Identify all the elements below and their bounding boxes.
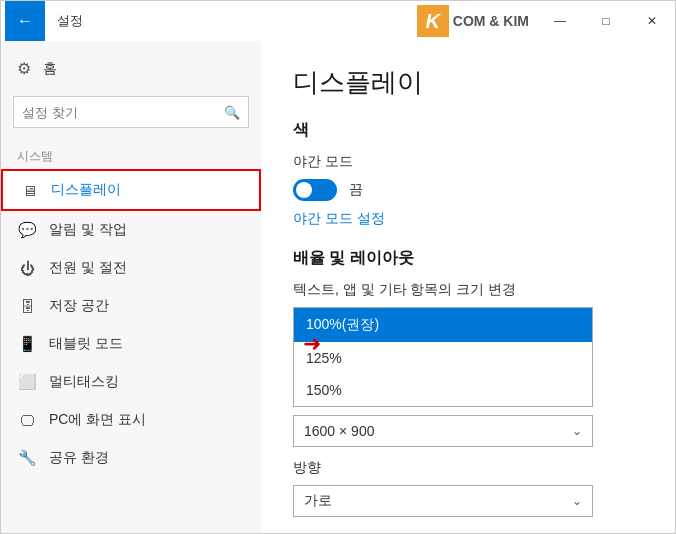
sidebar-item-pc-display[interactable]: 🖵 PC에 화면 표시 — [1, 401, 261, 439]
scale-list: 100%(권장) 125% 150% — [293, 307, 593, 407]
resolution-dropdown-container: 1600 × 900 ⌄ — [293, 415, 643, 447]
sidebar-item-tablet[interactable]: 📱 태블릿 모드 ➜ — [1, 325, 261, 363]
orientation-chevron-icon: ⌄ — [572, 494, 582, 508]
orientation-dropdown[interactable]: 가로 ⌄ — [293, 485, 593, 517]
back-arrow-icon: ← — [17, 12, 33, 30]
home-label: 홈 — [43, 60, 57, 78]
orientation-value: 가로 — [304, 492, 332, 510]
pc-display-icon: 🖵 — [17, 412, 37, 429]
sidebar-item-sharing[interactable]: 🔧 공유 환경 — [1, 439, 261, 477]
scale-item-125[interactable]: 125% — [294, 342, 592, 374]
display-icon: 🖥 — [19, 182, 39, 199]
notifications-label: 알림 및 작업 — [49, 221, 127, 239]
scale-section: 배율 및 레이아웃 텍스트, 앱 및 기타 항목의 크기 변경 100%(권장)… — [293, 248, 643, 407]
back-button[interactable]: ← — [5, 1, 45, 41]
tablet-label: 태블릿 모드 — [49, 335, 123, 353]
settings-window: ← 설정 K COM & KIM — □ ✕ ⚙ 홈 — [0, 0, 676, 534]
sharing-label: 공유 환경 — [49, 449, 109, 467]
brand-k-letter: K — [417, 5, 449, 37]
scale-section-title: 배율 및 레이아웃 — [293, 248, 643, 269]
minimize-button[interactable]: — — [537, 1, 583, 41]
pc-display-label: PC에 화면 표시 — [49, 411, 146, 429]
multitasking-icon: ⬜ — [17, 373, 37, 391]
resolution-value: 1600 × 900 — [304, 423, 374, 439]
scale-item-100[interactable]: 100%(권장) — [294, 308, 592, 342]
page-title: 디스플레이 — [293, 65, 643, 100]
toggle-row: 끔 — [293, 179, 643, 201]
scale-subtitle: 텍스트, 앱 및 기타 항목의 크기 변경 — [293, 281, 643, 299]
sidebar-section-label: 시스템 — [1, 136, 261, 169]
window-controls: — □ ✕ — [537, 1, 675, 41]
chevron-down-icon: ⌄ — [572, 424, 582, 438]
window-title: 설정 — [57, 12, 83, 30]
title-bar-left: ← 설정 — [1, 1, 83, 41]
sidebar-item-display[interactable]: 🖥 디스플레이 — [1, 169, 261, 211]
storage-label: 저장 공간 — [49, 297, 109, 315]
multitasking-label: 멀티태스킹 — [49, 373, 119, 391]
arrow-indicator: ➜ — [303, 331, 321, 357]
night-mode-subtitle: 야간 모드 — [293, 153, 643, 171]
sharing-icon: 🔧 — [17, 449, 37, 467]
sidebar-item-storage[interactable]: 🗄 저장 공간 — [1, 287, 261, 325]
sidebar-item-multitasking[interactable]: ⬜ 멀티태스킹 — [1, 363, 261, 401]
toggle-label: 끔 — [349, 181, 363, 199]
close-button[interactable]: ✕ — [629, 1, 675, 41]
display-label: 디스플레이 — [51, 181, 121, 199]
resolution-dropdown[interactable]: 1600 × 900 ⌄ — [293, 415, 593, 447]
power-icon: ⏻ — [17, 260, 37, 277]
home-icon: ⚙ — [17, 59, 31, 78]
night-mode-link[interactable]: 야간 모드 설정 — [293, 210, 385, 228]
night-mode-toggle[interactable] — [293, 179, 337, 201]
toggle-knob — [296, 182, 312, 198]
search-icon: 🔍 — [224, 105, 240, 120]
sidebar-item-notifications[interactable]: 💬 알림 및 작업 — [1, 211, 261, 249]
notifications-icon: 💬 — [17, 221, 37, 239]
title-bar-right: K COM & KIM — □ ✕ — [417, 1, 675, 41]
sidebar: ⚙ 홈 🔍 시스템 🖥 디스플레이 💬 알림 및 작업 ⏻ 전원 및 절 — [1, 41, 261, 533]
storage-icon: 🗄 — [17, 298, 37, 315]
color-section: 색 야간 모드 끔 야간 모드 설정 — [293, 120, 643, 248]
sidebar-item-power[interactable]: ⏻ 전원 및 절전 — [1, 249, 261, 287]
main-content: 디스플레이 색 야간 모드 끔 야간 모드 설정 배율 및 레이아웃 텍스트, … — [261, 41, 675, 533]
tablet-icon: 📱 — [17, 335, 37, 353]
maximize-button[interactable]: □ — [583, 1, 629, 41]
orientation-section: 방향 가로 ⌄ — [293, 459, 643, 517]
content-area: ⚙ 홈 🔍 시스템 🖥 디스플레이 💬 알림 및 작업 ⏻ 전원 및 절 — [1, 41, 675, 533]
title-bar: ← 설정 K COM & KIM — □ ✕ — [1, 1, 675, 41]
scale-item-150[interactable]: 150% — [294, 374, 592, 406]
orientation-label: 방향 — [293, 459, 643, 477]
brand-name: COM & KIM — [453, 13, 529, 29]
search-input[interactable] — [22, 105, 224, 120]
power-label: 전원 및 절전 — [49, 259, 127, 277]
brand-logo: K COM & KIM — [417, 5, 529, 37]
sidebar-item-home[interactable]: ⚙ 홈 — [1, 49, 261, 88]
search-box[interactable]: 🔍 — [13, 96, 249, 128]
orientation-dropdown-container: 가로 ⌄ — [293, 485, 643, 517]
color-section-title: 색 — [293, 120, 643, 141]
